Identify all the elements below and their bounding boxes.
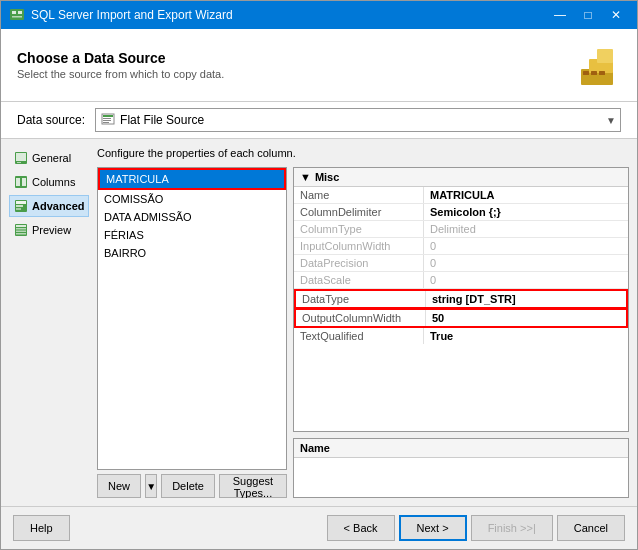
svg-rect-6 bbox=[597, 49, 613, 63]
header-text: Choose a Data Source Select the source f… bbox=[17, 50, 224, 80]
nav-label-preview: Preview bbox=[32, 224, 71, 236]
svg-rect-8 bbox=[591, 71, 597, 75]
title-text: SQL Server Import and Export Wizard bbox=[31, 8, 233, 22]
prop-row-data-precision: DataPrecision 0 bbox=[294, 255, 628, 272]
new-dropdown-button[interactable]: ▼ bbox=[145, 474, 157, 498]
prop-name-output-column-width: OutputColumnWidth bbox=[296, 310, 426, 326]
properties-section: ▼ Misc Name MATRICULA ColumnDelimiter Se… bbox=[293, 167, 629, 498]
properties-table: ▼ Misc Name MATRICULA ColumnDelimiter Se… bbox=[293, 167, 629, 432]
prop-row-data-scale: DataScale 0 bbox=[294, 272, 628, 289]
column-list[interactable]: MATRICULA COMISSÃO DATA ADMISSÃO FÉRIAS … bbox=[97, 167, 287, 470]
maximize-button[interactable]: □ bbox=[575, 5, 601, 25]
prop-row-input-column-width: InputColumnWidth 0 bbox=[294, 238, 628, 255]
svg-rect-2 bbox=[18, 11, 22, 14]
column-item-comissao[interactable]: COMISSÃO bbox=[98, 190, 286, 208]
minimize-button[interactable]: — bbox=[547, 5, 573, 25]
nav-label-general: General bbox=[32, 152, 71, 164]
main-window: SQL Server Import and Export Wizard — □ … bbox=[0, 0, 638, 550]
name-section-header: Name bbox=[294, 439, 628, 458]
header-icon bbox=[573, 41, 621, 89]
nav-label-columns: Columns bbox=[32, 176, 75, 188]
left-nav: General Columns Advanced bbox=[9, 147, 89, 498]
nav-item-columns[interactable]: Columns bbox=[9, 171, 89, 193]
prop-name-data-scale: DataScale bbox=[294, 272, 424, 288]
svg-rect-23 bbox=[16, 205, 23, 207]
column-list-buttons: New ▼ Delete Suggest Types... bbox=[97, 474, 287, 498]
prop-value-output-column-width: 50 bbox=[426, 310, 626, 326]
svg-rect-24 bbox=[16, 208, 21, 210]
svg-rect-17 bbox=[17, 162, 21, 163]
svg-rect-9 bbox=[599, 71, 605, 75]
preview-icon bbox=[14, 223, 28, 237]
prop-row-name: Name MATRICULA bbox=[294, 187, 628, 204]
general-icon bbox=[14, 151, 28, 165]
cancel-button[interactable]: Cancel bbox=[557, 515, 625, 541]
bottom-left: Help bbox=[13, 515, 70, 541]
svg-rect-7 bbox=[583, 71, 589, 75]
prop-name-text-qualified: TextQualified bbox=[294, 328, 424, 344]
prop-value-text-qualified: True bbox=[424, 328, 628, 344]
title-controls: — □ ✕ bbox=[547, 5, 629, 25]
svg-rect-16 bbox=[16, 153, 26, 161]
svg-rect-13 bbox=[103, 120, 111, 121]
prop-name-name: Name bbox=[294, 187, 424, 203]
nav-item-advanced[interactable]: Advanced bbox=[9, 195, 89, 217]
svg-rect-27 bbox=[16, 228, 26, 230]
main-content: General Columns Advanced bbox=[1, 139, 637, 506]
svg-rect-26 bbox=[16, 225, 26, 227]
prop-row-text-qualified: TextQualified True bbox=[294, 328, 628, 344]
nav-label-advanced: Advanced bbox=[32, 200, 85, 212]
svg-rect-11 bbox=[103, 115, 113, 117]
nav-item-general[interactable]: General bbox=[9, 147, 89, 169]
group-label: Misc bbox=[315, 171, 339, 183]
title-bar-left: SQL Server Import and Export Wizard bbox=[9, 7, 233, 23]
advanced-icon bbox=[14, 199, 28, 213]
new-button[interactable]: New bbox=[97, 474, 141, 498]
next-button[interactable]: Next > bbox=[399, 515, 467, 541]
prop-value-column-delimiter: Semicolon {;} bbox=[424, 204, 628, 220]
prop-name-input-column-width: InputColumnWidth bbox=[294, 238, 424, 254]
svg-rect-14 bbox=[103, 122, 109, 123]
bottom-bar: Help < Back Next > Finish >>| Cancel bbox=[1, 506, 637, 549]
prop-name-data-precision: DataPrecision bbox=[294, 255, 424, 271]
finish-button: Finish >>| bbox=[471, 515, 553, 541]
prop-value-name: MATRICULA bbox=[424, 187, 628, 203]
suggest-types-button[interactable]: Suggest Types... bbox=[219, 474, 287, 498]
dropdown-arrow-icon: ▼ bbox=[606, 115, 616, 126]
help-button[interactable]: Help bbox=[13, 515, 70, 541]
column-item-bairro[interactable]: BAIRRO bbox=[98, 244, 286, 262]
prop-name-column-delimiter: ColumnDelimiter bbox=[294, 204, 424, 220]
datasource-dropdown[interactable]: Flat File Source ▼ bbox=[95, 108, 621, 132]
column-item-ferias[interactable]: FÉRIAS bbox=[98, 226, 286, 244]
title-bar: SQL Server Import and Export Wizard — □ … bbox=[1, 1, 637, 29]
prop-value-data-precision: 0 bbox=[424, 255, 628, 271]
datasource-label: Data source: bbox=[17, 113, 85, 127]
svg-rect-28 bbox=[16, 231, 26, 233]
column-item-matricula[interactable]: MATRICULA bbox=[98, 168, 286, 190]
name-section: Name bbox=[293, 438, 629, 498]
svg-rect-12 bbox=[103, 118, 111, 119]
panel-description: Configure the properties of each column. bbox=[97, 147, 629, 159]
prop-value-data-scale: 0 bbox=[424, 272, 628, 288]
prop-name-column-type: ColumnType bbox=[294, 221, 424, 237]
column-item-data-admissao[interactable]: DATA ADMISSÃO bbox=[98, 208, 286, 226]
datasource-bar: Data source: Flat File Source ▼ bbox=[1, 102, 637, 139]
bottom-right: < Back Next > Finish >>| Cancel bbox=[327, 515, 625, 541]
columns-panel: MATRICULA COMISSÃO DATA ADMISSÃO FÉRIAS … bbox=[97, 167, 629, 498]
delete-button[interactable]: Delete bbox=[161, 474, 215, 498]
nav-item-preview[interactable]: Preview bbox=[9, 219, 89, 241]
page-title: Choose a Data Source bbox=[17, 50, 224, 66]
svg-rect-19 bbox=[16, 178, 20, 186]
svg-rect-1 bbox=[12, 11, 16, 14]
close-button[interactable]: ✕ bbox=[603, 5, 629, 25]
svg-rect-3 bbox=[12, 16, 22, 18]
svg-rect-22 bbox=[16, 201, 26, 204]
back-button[interactable]: < Back bbox=[327, 515, 395, 541]
prop-row-column-delimiter: ColumnDelimiter Semicolon {;} bbox=[294, 204, 628, 221]
datasource-dropdown-icon bbox=[100, 112, 116, 128]
svg-rect-0 bbox=[10, 9, 24, 20]
app-icon bbox=[9, 7, 25, 23]
prop-row-column-type: ColumnType Delimited bbox=[294, 221, 628, 238]
right-panel: Configure the properties of each column.… bbox=[97, 147, 629, 498]
datasource-value: Flat File Source bbox=[120, 113, 606, 127]
